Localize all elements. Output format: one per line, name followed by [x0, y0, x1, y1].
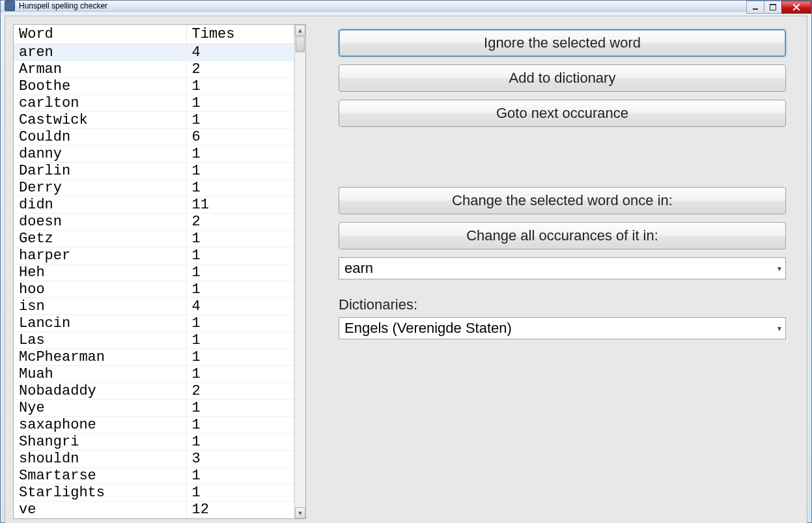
cell-times: 1	[186, 485, 294, 502]
cell-times: 1	[186, 332, 294, 349]
cell-times: 1	[186, 349, 294, 366]
minimize-button[interactable]	[746, 1, 764, 14]
app-icon	[5, 1, 15, 11]
cell-word: Arman	[14, 61, 186, 78]
cell-word: Las	[14, 332, 186, 349]
cell-times: 1	[186, 180, 294, 197]
table-row[interactable]: Muah1	[14, 366, 294, 383]
goto-next-button[interactable]: Goto next occurance	[339, 100, 786, 127]
close-button[interactable]	[781, 1, 811, 14]
cell-word: aren	[14, 44, 186, 61]
maximize-button[interactable]	[764, 1, 782, 14]
cell-word: Boothe	[14, 78, 186, 95]
table-row[interactable]: Starlights1	[14, 485, 294, 502]
table-row[interactable]: Castwick1	[14, 112, 294, 129]
cell-times: 1	[186, 247, 294, 264]
cell-times: 1	[186, 434, 294, 451]
cell-times: 2	[186, 214, 294, 231]
cell-times: 1	[186, 112, 294, 129]
table-row[interactable]: Getz1	[14, 231, 294, 247]
table-row[interactable]: Derry1	[14, 180, 294, 197]
table-row[interactable]: Arman2	[14, 61, 294, 78]
table-row[interactable]: Nobadaddy2	[14, 383, 294, 400]
cell-times: 6	[186, 129, 294, 146]
table-row[interactable]: Nye1	[14, 400, 294, 417]
suggestion-combobox[interactable]: earn ▼	[339, 257, 786, 279]
table-row[interactable]: Boothe1	[14, 78, 294, 95]
table-row[interactable]: harper1	[14, 247, 294, 264]
cell-times: 4	[186, 44, 294, 61]
cell-word: Muah	[14, 366, 186, 383]
spacer	[339, 135, 786, 187]
table-row[interactable]: Darlin1	[14, 163, 294, 180]
cell-word: Couldn	[14, 129, 186, 146]
cell-times: 1	[186, 281, 294, 298]
vertical-scrollbar[interactable]: ▲ ▼	[294, 25, 305, 518]
cell-times: 1	[186, 146, 294, 163]
cell-word: ve	[14, 502, 186, 518]
table-row[interactable]: doesn2	[14, 214, 294, 231]
table-row[interactable]: Heh1	[14, 264, 294, 281]
change-all-button[interactable]: Change all occurances of it in:	[339, 222, 786, 249]
cell-word: doesn	[14, 214, 186, 231]
table-row[interactable]: danny1	[14, 146, 294, 163]
ignore-button[interactable]: Ignore the selected word	[339, 29, 786, 57]
header-times[interactable]: Times	[186, 25, 294, 44]
header-word[interactable]: Word	[14, 25, 186, 44]
cell-times: 12	[186, 502, 294, 518]
cell-word: Castwick	[14, 112, 186, 129]
cell-word: Shangri	[14, 434, 186, 451]
window-controls	[747, 1, 811, 14]
table-row[interactable]: Lancin1	[14, 315, 294, 332]
cell-word: Lancin	[14, 315, 186, 332]
dictionaries-combobox[interactable]: Engels (Verenigde Staten) ▼	[339, 317, 786, 339]
cell-times: 4	[186, 298, 294, 315]
cell-times: 2	[186, 383, 294, 400]
cell-word: Nobadaddy	[14, 383, 186, 400]
table-row[interactable]: didn11	[14, 197, 294, 214]
table-row[interactable]: Smartarse1	[14, 468, 294, 485]
scroll-down-button[interactable]: ▼	[295, 507, 305, 518]
cell-word: carlton	[14, 95, 186, 112]
table-row[interactable]: aren4	[14, 44, 294, 61]
cell-word: McPhearman	[14, 349, 186, 366]
cell-word: harper	[14, 247, 186, 264]
table-header-row[interactable]: Word Times	[14, 25, 294, 44]
word-table[interactable]: Word Times aren4Arman2Boothe1carlton1Cas…	[14, 25, 294, 518]
cell-word: Getz	[14, 231, 186, 247]
content-area: Word Times aren4Arman2Boothe1carlton1Cas…	[5, 16, 807, 523]
cell-times: 11	[186, 197, 294, 214]
titlebar[interactable]: Hunspell spelling checker	[1, 1, 811, 12]
change-once-button[interactable]: Change the selected word once in:	[339, 187, 786, 214]
cell-word: Starlights	[14, 485, 186, 502]
cell-times: 1	[186, 163, 294, 180]
cell-word: danny	[14, 146, 186, 163]
cell-word: Nye	[14, 400, 186, 417]
scroll-thumb[interactable]	[296, 36, 305, 52]
table-row[interactable]: McPhearman1	[14, 349, 294, 366]
chevron-down-icon: ▼	[776, 325, 783, 332]
cell-times: 1	[186, 95, 294, 112]
dictionaries-label: Dictionaries:	[339, 296, 786, 313]
add-to-dictionary-button[interactable]: Add to dictionary	[339, 64, 786, 92]
cell-times: 1	[186, 366, 294, 383]
table-row[interactable]: ve12	[14, 502, 294, 518]
table-row[interactable]: Shangri1	[14, 434, 294, 451]
table-row[interactable]: hoo1	[14, 281, 294, 298]
table-row[interactable]: saxaphone1	[14, 417, 294, 434]
table-row[interactable]: carlton1	[14, 95, 294, 112]
cell-word: Heh	[14, 264, 186, 281]
table-row[interactable]: Couldn6	[14, 129, 294, 146]
cell-times: 1	[186, 78, 294, 95]
cell-word: Derry	[14, 180, 186, 197]
scroll-up-button[interactable]: ▲	[295, 25, 305, 36]
cell-word: didn	[14, 197, 186, 214]
table-row[interactable]: shouldn3	[14, 451, 294, 468]
cell-word: isn	[14, 298, 186, 315]
cell-times: 1	[186, 315, 294, 332]
cell-times: 3	[186, 451, 294, 468]
table-row[interactable]: Las1	[14, 332, 294, 349]
table-row[interactable]: isn4	[14, 298, 294, 315]
word-list-panel: Word Times aren4Arman2Boothe1carlton1Cas…	[13, 24, 306, 519]
cell-times: 1	[186, 400, 294, 417]
